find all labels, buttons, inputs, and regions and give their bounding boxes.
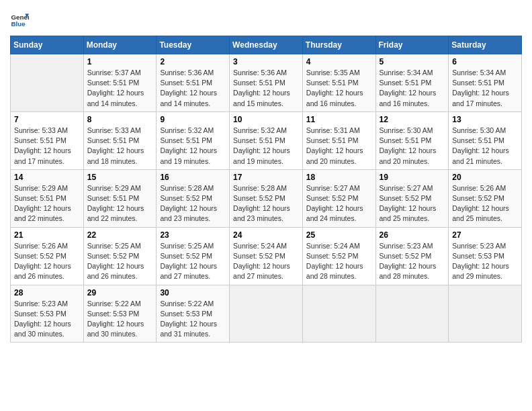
- calendar-day-cell: 24Sunrise: 5:24 AM Sunset: 5:52 PM Dayli…: [230, 227, 303, 285]
- day-detail: Sunrise: 5:24 AM Sunset: 5:52 PM Dayligh…: [233, 241, 299, 282]
- weekday-header: Thursday: [302, 36, 375, 54]
- weekday-header: Sunday: [11, 36, 84, 54]
- day-detail: Sunrise: 5:26 AM Sunset: 5:52 PM Dayligh…: [452, 183, 518, 224]
- calendar-day-cell: [302, 285, 375, 342]
- calendar-day-cell: 22Sunrise: 5:25 AM Sunset: 5:52 PM Dayli…: [83, 227, 157, 285]
- day-detail: Sunrise: 5:22 AM Sunset: 5:53 PM Dayligh…: [160, 299, 226, 340]
- day-detail: Sunrise: 5:26 AM Sunset: 5:52 PM Dayligh…: [14, 241, 80, 282]
- calendar-day-cell: [230, 285, 303, 342]
- calendar-week-row: 1Sunrise: 5:37 AM Sunset: 5:51 PM Daylig…: [11, 54, 522, 112]
- weekday-header: Friday: [375, 36, 449, 54]
- day-detail: Sunrise: 5:36 AM Sunset: 5:51 PM Dayligh…: [233, 68, 299, 109]
- day-number: 30: [160, 288, 226, 298]
- day-detail: Sunrise: 5:29 AM Sunset: 5:51 PM Dayligh…: [87, 183, 153, 224]
- calendar-header-row: SundayMondayTuesdayWednesdayThursdayFrid…: [11, 36, 522, 54]
- day-number: 26: [380, 230, 445, 240]
- calendar-day-cell: 10Sunrise: 5:32 AM Sunset: 5:51 PM Dayli…: [230, 111, 303, 169]
- day-detail: Sunrise: 5:34 AM Sunset: 5:51 PM Dayligh…: [452, 68, 518, 109]
- day-detail: Sunrise: 5:30 AM Sunset: 5:51 PM Dayligh…: [452, 126, 518, 167]
- day-number: 15: [87, 173, 153, 182]
- calendar-week-row: 21Sunrise: 5:26 AM Sunset: 5:52 PM Dayli…: [11, 227, 522, 285]
- calendar-day-cell: 20Sunrise: 5:26 AM Sunset: 5:52 PM Dayli…: [449, 169, 522, 227]
- day-detail: Sunrise: 5:34 AM Sunset: 5:51 PM Dayligh…: [380, 68, 445, 109]
- day-number: 11: [306, 115, 372, 124]
- calendar-day-cell: [375, 285, 449, 342]
- day-number: 17: [233, 173, 299, 182]
- day-number: 29: [87, 288, 153, 298]
- calendar-day-cell: 19Sunrise: 5:27 AM Sunset: 5:52 PM Dayli…: [375, 169, 449, 227]
- day-number: 10: [233, 115, 299, 124]
- calendar-day-cell: 8Sunrise: 5:33 AM Sunset: 5:51 PM Daylig…: [83, 111, 157, 169]
- weekday-header: Wednesday: [230, 36, 303, 54]
- calendar-day-cell: 25Sunrise: 5:24 AM Sunset: 5:52 PM Dayli…: [302, 227, 375, 285]
- day-number: 3: [233, 57, 299, 66]
- day-detail: Sunrise: 5:23 AM Sunset: 5:53 PM Dayligh…: [14, 299, 80, 340]
- day-number: 5: [380, 57, 445, 66]
- logo-icon: General Blue: [10, 10, 29, 29]
- day-detail: Sunrise: 5:27 AM Sunset: 5:52 PM Dayligh…: [306, 183, 372, 224]
- calendar-day-cell: 6Sunrise: 5:34 AM Sunset: 5:51 PM Daylig…: [449, 54, 522, 112]
- day-detail: Sunrise: 5:35 AM Sunset: 5:51 PM Dayligh…: [306, 68, 372, 109]
- calendar-day-cell: 12Sunrise: 5:30 AM Sunset: 5:51 PM Dayli…: [375, 111, 449, 169]
- calendar-day-cell: 9Sunrise: 5:32 AM Sunset: 5:51 PM Daylig…: [157, 111, 230, 169]
- day-number: 21: [14, 230, 80, 240]
- day-detail: Sunrise: 5:27 AM Sunset: 5:52 PM Dayligh…: [380, 183, 445, 224]
- day-detail: Sunrise: 5:23 AM Sunset: 5:53 PM Dayligh…: [452, 241, 518, 282]
- calendar-day-cell: 23Sunrise: 5:25 AM Sunset: 5:52 PM Dayli…: [157, 227, 230, 285]
- calendar-week-row: 14Sunrise: 5:29 AM Sunset: 5:51 PM Dayli…: [11, 169, 522, 227]
- calendar-body: 1Sunrise: 5:37 AM Sunset: 5:51 PM Daylig…: [11, 54, 522, 342]
- calendar-day-cell: [11, 54, 84, 112]
- calendar-day-cell: 15Sunrise: 5:29 AM Sunset: 5:51 PM Dayli…: [83, 169, 157, 227]
- calendar-day-cell: 16Sunrise: 5:28 AM Sunset: 5:52 PM Dayli…: [157, 169, 230, 227]
- calendar-day-cell: 5Sunrise: 5:34 AM Sunset: 5:51 PM Daylig…: [375, 54, 449, 112]
- day-detail: Sunrise: 5:30 AM Sunset: 5:51 PM Dayligh…: [380, 126, 445, 167]
- day-detail: Sunrise: 5:31 AM Sunset: 5:51 PM Dayligh…: [306, 126, 372, 167]
- day-detail: Sunrise: 5:33 AM Sunset: 5:51 PM Dayligh…: [14, 126, 80, 167]
- day-number: 2: [160, 57, 226, 66]
- day-number: 27: [452, 230, 518, 240]
- day-detail: Sunrise: 5:24 AM Sunset: 5:52 PM Dayligh…: [306, 241, 372, 282]
- day-detail: Sunrise: 5:22 AM Sunset: 5:53 PM Dayligh…: [87, 299, 153, 340]
- day-detail: Sunrise: 5:36 AM Sunset: 5:51 PM Dayligh…: [160, 68, 226, 109]
- day-number: 25: [306, 230, 372, 240]
- day-number: 1: [87, 57, 153, 66]
- calendar-day-cell: 27Sunrise: 5:23 AM Sunset: 5:53 PM Dayli…: [449, 227, 522, 285]
- weekday-header: Monday: [83, 36, 157, 54]
- day-number: 12: [380, 115, 445, 124]
- day-detail: Sunrise: 5:28 AM Sunset: 5:52 PM Dayligh…: [233, 183, 299, 224]
- day-number: 14: [14, 173, 80, 182]
- day-number: 18: [306, 173, 372, 182]
- calendar-day-cell: 21Sunrise: 5:26 AM Sunset: 5:52 PM Dayli…: [11, 227, 84, 285]
- calendar-day-cell: 13Sunrise: 5:30 AM Sunset: 5:51 PM Dayli…: [449, 111, 522, 169]
- day-number: 4: [306, 57, 372, 66]
- calendar-day-cell: 2Sunrise: 5:36 AM Sunset: 5:51 PM Daylig…: [157, 54, 230, 112]
- day-number: 8: [87, 115, 153, 124]
- calendar-day-cell: 3Sunrise: 5:36 AM Sunset: 5:51 PM Daylig…: [230, 54, 303, 112]
- calendar-day-cell: 17Sunrise: 5:28 AM Sunset: 5:52 PM Dayli…: [230, 169, 303, 227]
- day-detail: Sunrise: 5:33 AM Sunset: 5:51 PM Dayligh…: [87, 126, 153, 167]
- day-number: 28: [14, 288, 80, 298]
- day-detail: Sunrise: 5:37 AM Sunset: 5:51 PM Dayligh…: [87, 68, 153, 109]
- calendar-day-cell: 14Sunrise: 5:29 AM Sunset: 5:51 PM Dayli…: [11, 169, 84, 227]
- calendar-day-cell: 28Sunrise: 5:23 AM Sunset: 5:53 PM Dayli…: [11, 285, 84, 342]
- day-number: 6: [452, 57, 518, 66]
- day-detail: Sunrise: 5:25 AM Sunset: 5:52 PM Dayligh…: [160, 241, 226, 282]
- day-number: 24: [233, 230, 299, 240]
- calendar-table: SundayMondayTuesdayWednesdayThursdayFrid…: [10, 36, 522, 342]
- calendar-day-cell: 30Sunrise: 5:22 AM Sunset: 5:53 PM Dayli…: [157, 285, 230, 342]
- calendar-day-cell: [449, 285, 522, 342]
- calendar-day-cell: 26Sunrise: 5:23 AM Sunset: 5:52 PM Dayli…: [375, 227, 449, 285]
- day-number: 7: [14, 115, 80, 124]
- day-number: 19: [380, 173, 445, 182]
- weekday-header: Saturday: [449, 36, 522, 54]
- day-detail: Sunrise: 5:32 AM Sunset: 5:51 PM Dayligh…: [160, 126, 226, 167]
- day-number: 22: [87, 230, 153, 240]
- day-detail: Sunrise: 5:28 AM Sunset: 5:52 PM Dayligh…: [160, 183, 226, 224]
- day-detail: Sunrise: 5:32 AM Sunset: 5:51 PM Dayligh…: [233, 126, 299, 167]
- weekday-header: Tuesday: [157, 36, 230, 54]
- day-number: 20: [452, 173, 518, 182]
- calendar-day-cell: 4Sunrise: 5:35 AM Sunset: 5:51 PM Daylig…: [302, 54, 375, 112]
- svg-text:Blue: Blue: [11, 20, 26, 28]
- day-detail: Sunrise: 5:23 AM Sunset: 5:52 PM Dayligh…: [380, 241, 445, 282]
- day-detail: Sunrise: 5:25 AM Sunset: 5:52 PM Dayligh…: [87, 241, 153, 282]
